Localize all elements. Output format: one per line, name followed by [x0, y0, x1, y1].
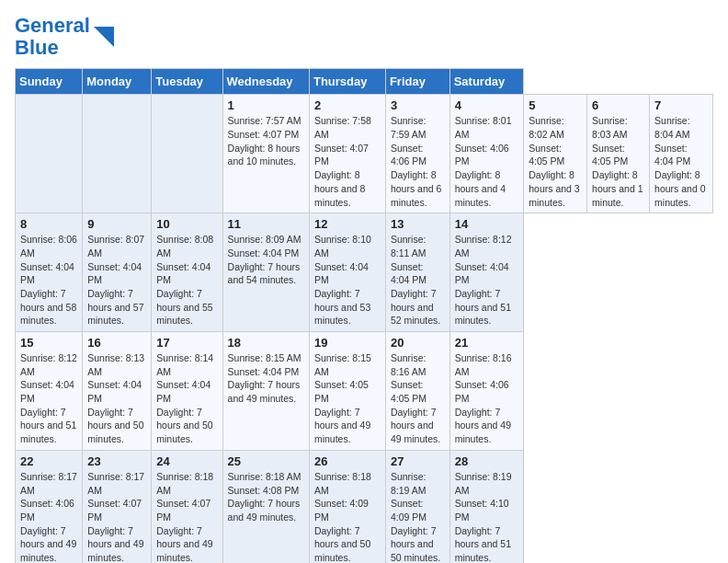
day-number: 27	[391, 454, 445, 468]
sunrise: Sunrise: 8:02 AM	[529, 114, 582, 141]
sunrise: Sunrise: 8:13 AM	[87, 351, 146, 378]
day-info: Sunrise: 8:06 AM Sunset: 4:04 PM Dayligh…	[20, 233, 77, 327]
daylight: Daylight: 8 hours and 3 minutes.	[529, 168, 582, 209]
header-row: SundayMondayTuesdayWednesdayThursdayFrid…	[16, 69, 713, 95]
daylight: Daylight: 7 hours and 49 minutes.	[228, 497, 304, 523]
sunrise: Sunrise: 8:17 AM	[20, 470, 77, 497]
sunset: Sunset: 4:09 PM	[391, 497, 445, 523]
day-number: 25	[228, 454, 304, 468]
sunset: Sunset: 4:04 PM	[314, 260, 381, 287]
calendar-day-cell: 15 Sunrise: 8:12 AM Sunset: 4:04 PM Dayl…	[16, 332, 83, 451]
daylight: Daylight: 7 hours and 50 minutes.	[156, 406, 217, 446]
day-info: Sunrise: 8:19 AM Sunset: 4:10 PM Dayligh…	[455, 470, 519, 563]
header-day: Thursday	[309, 69, 385, 95]
calendar-day-cell	[152, 95, 222, 213]
calendar-day-cell: 8 Sunrise: 8:06 AM Sunset: 4:04 PM Dayli…	[16, 213, 83, 332]
day-number: 26	[314, 454, 381, 468]
svg-marker-0	[94, 27, 114, 47]
sunset: Sunset: 4:04 PM	[20, 260, 77, 287]
day-number: 6	[592, 98, 644, 112]
day-number: 11	[228, 217, 304, 231]
calendar-table: SundayMondayTuesdayWednesdayThursdayFrid…	[15, 68, 713, 563]
day-number: 15	[20, 336, 77, 350]
daylight: Daylight: 8 hours and 10 minutes.	[228, 142, 304, 168]
daylight: Daylight: 7 hours and 49 minutes.	[228, 378, 304, 405]
header-day: Monday	[83, 69, 152, 95]
calendar-day-cell: 24 Sunrise: 8:18 AM Sunset: 4:07 PM Dayl…	[152, 450, 222, 563]
day-info: Sunrise: 7:59 AM Sunset: 4:06 PM Dayligh…	[391, 114, 445, 209]
daylight: Daylight: 7 hours and 50 minutes.	[314, 524, 381, 563]
calendar-day-cell	[16, 95, 83, 213]
day-info: Sunrise: 8:17 AM Sunset: 4:07 PM Dayligh…	[87, 470, 146, 563]
day-number: 20	[391, 336, 445, 350]
calendar-day-cell: 2 Sunrise: 7:58 AM Sunset: 4:07 PM Dayli…	[309, 95, 385, 213]
daylight: Daylight: 7 hours and 53 minutes.	[314, 287, 381, 327]
calendar-day-cell: 7 Sunrise: 8:04 AM Sunset: 4:04 PM Dayli…	[650, 95, 713, 213]
sunrise: Sunrise: 8:06 AM	[20, 233, 77, 259]
header-day: Sunday	[16, 69, 83, 95]
day-info: Sunrise: 8:03 AM Sunset: 4:05 PM Dayligh…	[592, 114, 644, 209]
sunrise: Sunrise: 8:04 AM	[654, 114, 708, 141]
day-number: 28	[455, 454, 519, 468]
daylight: Daylight: 7 hours and 49 minutes.	[156, 524, 217, 563]
sunrise: Sunrise: 8:19 AM	[455, 470, 519, 497]
sunset: Sunset: 4:06 PM	[20, 497, 77, 523]
daylight: Daylight: 8 hours and 6 minutes.	[391, 168, 445, 209]
day-info: Sunrise: 8:18 AM Sunset: 4:08 PM Dayligh…	[228, 470, 304, 524]
day-number: 10	[156, 217, 217, 231]
calendar-week-row: 8 Sunrise: 8:06 AM Sunset: 4:04 PM Dayli…	[16, 213, 713, 332]
sunset: Sunset: 4:10 PM	[455, 497, 519, 523]
sunset: Sunset: 4:07 PM	[156, 497, 217, 523]
day-info: Sunrise: 8:12 AM Sunset: 4:04 PM Dayligh…	[20, 351, 77, 446]
calendar-day-cell: 13 Sunrise: 8:11 AM Sunset: 4:04 PM Dayl…	[385, 213, 449, 332]
day-number: 16	[87, 336, 146, 350]
day-number: 4	[455, 98, 519, 112]
header-day: Wednesday	[222, 69, 309, 95]
sunrise: Sunrise: 8:03 AM	[592, 114, 644, 141]
calendar-day-cell: 9 Sunrise: 8:07 AM Sunset: 4:04 PM Dayli…	[83, 213, 152, 332]
day-number: 14	[455, 217, 519, 231]
sunset: Sunset: 4:04 PM	[20, 378, 77, 405]
day-info: Sunrise: 8:07 AM Sunset: 4:04 PM Dayligh…	[87, 233, 146, 327]
day-info: Sunrise: 8:12 AM Sunset: 4:04 PM Dayligh…	[455, 233, 519, 327]
logo-subtext: Blue	[15, 36, 59, 59]
header-day: Saturday	[449, 69, 524, 95]
calendar-day-cell: 23 Sunrise: 8:17 AM Sunset: 4:07 PM Dayl…	[83, 450, 152, 563]
calendar-day-cell: 6 Sunrise: 8:03 AM Sunset: 4:05 PM Dayli…	[587, 95, 650, 213]
sunrise: Sunrise: 8:07 AM	[87, 233, 146, 259]
sunset: Sunset: 4:05 PM	[529, 142, 582, 168]
daylight: Daylight: 7 hours and 49 minutes.	[455, 406, 519, 446]
sunset: Sunset: 4:07 PM	[228, 128, 304, 142]
day-info: Sunrise: 8:18 AM Sunset: 4:07 PM Dayligh…	[156, 470, 217, 563]
header-day: Friday	[385, 69, 449, 95]
day-number: 9	[87, 217, 146, 231]
day-number: 8	[20, 217, 77, 231]
logo-text: General	[15, 14, 90, 37]
day-info: Sunrise: 8:15 AM Sunset: 4:04 PM Dayligh…	[228, 351, 304, 406]
sunrise: Sunrise: 8:16 AM	[391, 351, 445, 378]
day-info: Sunrise: 8:04 AM Sunset: 4:04 PM Dayligh…	[654, 114, 708, 209]
calendar-day-cell: 25 Sunrise: 8:18 AM Sunset: 4:08 PM Dayl…	[222, 450, 309, 563]
sunset: Sunset: 4:05 PM	[592, 142, 644, 168]
calendar-day-cell: 21 Sunrise: 8:16 AM Sunset: 4:06 PM Dayl…	[449, 332, 524, 451]
daylight: Daylight: 7 hours and 49 minutes.	[314, 406, 381, 446]
sunrise: Sunrise: 8:08 AM	[156, 233, 217, 259]
sunrise: Sunrise: 8:12 AM	[455, 233, 519, 259]
calendar-day-cell: 20 Sunrise: 8:16 AM Sunset: 4:05 PM Dayl…	[385, 332, 449, 451]
sunset: Sunset: 4:07 PM	[314, 142, 381, 168]
sunrise: Sunrise: 7:59 AM	[391, 114, 445, 141]
day-number: 17	[156, 336, 217, 350]
day-info: Sunrise: 8:09 AM Sunset: 4:04 PM Dayligh…	[228, 233, 304, 287]
sunrise: Sunrise: 8:09 AM	[228, 233, 304, 247]
daylight: Daylight: 7 hours and 49 minutes.	[87, 524, 146, 563]
day-info: Sunrise: 8:01 AM Sunset: 4:06 PM Dayligh…	[455, 114, 519, 209]
day-info: Sunrise: 8:10 AM Sunset: 4:04 PM Dayligh…	[314, 233, 381, 327]
day-number: 24	[156, 454, 217, 468]
daylight: Daylight: 7 hours and 49 minutes.	[391, 406, 445, 446]
daylight: Daylight: 8 hours and 1 minute.	[592, 168, 644, 209]
day-info: Sunrise: 8:02 AM Sunset: 4:05 PM Dayligh…	[529, 114, 582, 209]
day-info: Sunrise: 8:18 AM Sunset: 4:09 PM Dayligh…	[314, 470, 381, 563]
day-info: Sunrise: 8:19 AM Sunset: 4:09 PM Dayligh…	[391, 470, 445, 563]
calendar-week-row: 22 Sunrise: 8:17 AM Sunset: 4:06 PM Dayl…	[16, 450, 713, 563]
sunset: Sunset: 4:07 PM	[87, 497, 146, 523]
